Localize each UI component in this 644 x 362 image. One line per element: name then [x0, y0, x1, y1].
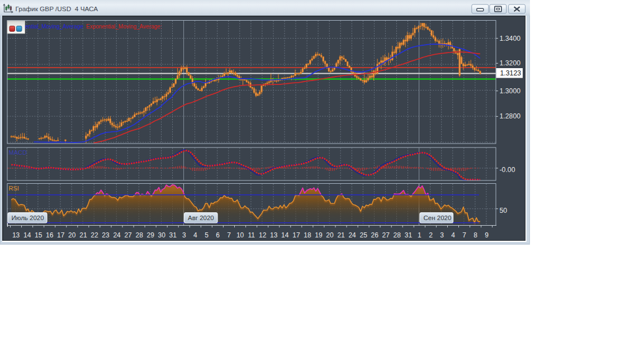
svg-text:-0.00: -0.00 — [500, 166, 515, 174]
svg-text:28: 28 — [394, 231, 401, 239]
svg-text:Июль 2020: Июль 2020 — [12, 215, 44, 221]
svg-text:MACD: MACD — [9, 149, 27, 156]
svg-text:18: 18 — [304, 231, 311, 239]
svg-text:22: 22 — [91, 231, 98, 239]
svg-text:1: 1 — [418, 231, 422, 239]
svg-text:50: 50 — [500, 207, 508, 215]
svg-text:Exponential_Moving_Average:: Exponential_Moving_Average: — [86, 23, 162, 30]
svg-text:13: 13 — [270, 231, 278, 239]
svg-text:21: 21 — [79, 231, 87, 239]
svg-text:28: 28 — [136, 231, 144, 239]
svg-text:1.3200: 1.3200 — [500, 59, 521, 67]
svg-text:6: 6 — [216, 231, 220, 239]
svg-text:17: 17 — [57, 231, 65, 239]
svg-text:31: 31 — [405, 231, 413, 239]
svg-text:1.3000: 1.3000 — [500, 87, 521, 95]
svg-text:4: 4 — [451, 231, 455, 239]
svg-text:20: 20 — [326, 231, 334, 239]
svg-text:24: 24 — [348, 231, 356, 239]
svg-text:16: 16 — [46, 231, 54, 239]
svg-text:ential_Moving_Average: ential_Moving_Average — [25, 23, 84, 30]
svg-text:10: 10 — [236, 231, 244, 239]
svg-text:RSI: RSI — [9, 185, 19, 192]
svg-text:5: 5 — [205, 231, 209, 239]
svg-text:24: 24 — [113, 231, 121, 239]
svg-text:23: 23 — [102, 231, 110, 239]
svg-text:1.2800: 1.2800 — [500, 112, 521, 120]
svg-text:Сен 2020: Сен 2020 — [424, 215, 452, 221]
svg-text:9: 9 — [485, 231, 489, 239]
svg-text:31: 31 — [169, 231, 177, 239]
svg-text:Авг 2020: Авг 2020 — [188, 215, 214, 221]
svg-text:8: 8 — [473, 231, 477, 239]
svg-text:7: 7 — [227, 231, 231, 239]
svg-text:19: 19 — [315, 231, 323, 239]
svg-text:27: 27 — [382, 231, 390, 239]
svg-text:11: 11 — [248, 231, 255, 239]
svg-text:13: 13 — [12, 231, 20, 239]
svg-text:1.3123: 1.3123 — [500, 69, 522, 77]
svg-text:7: 7 — [462, 231, 466, 239]
svg-text:4: 4 — [193, 231, 197, 239]
svg-text:30: 30 — [158, 231, 166, 239]
svg-text:1.3400: 1.3400 — [500, 35, 521, 42]
svg-text:График GBP /USD 4 ЧАСА: График GBP /USD 4 ЧАСА — [16, 5, 98, 13]
svg-text:27: 27 — [124, 231, 132, 239]
svg-text:2: 2 — [429, 231, 433, 239]
svg-text:3: 3 — [182, 231, 186, 239]
svg-text:15: 15 — [35, 231, 42, 239]
svg-text:3: 3 — [440, 231, 444, 239]
svg-text:25: 25 — [360, 231, 368, 239]
svg-text:17: 17 — [292, 231, 300, 239]
svg-text:21: 21 — [337, 231, 345, 239]
svg-text:20: 20 — [68, 231, 76, 239]
svg-text:14: 14 — [281, 231, 289, 239]
svg-text:12: 12 — [259, 231, 267, 239]
svg-text:26: 26 — [371, 231, 379, 239]
svg-text:14: 14 — [23, 231, 31, 239]
svg-text:29: 29 — [147, 231, 155, 239]
